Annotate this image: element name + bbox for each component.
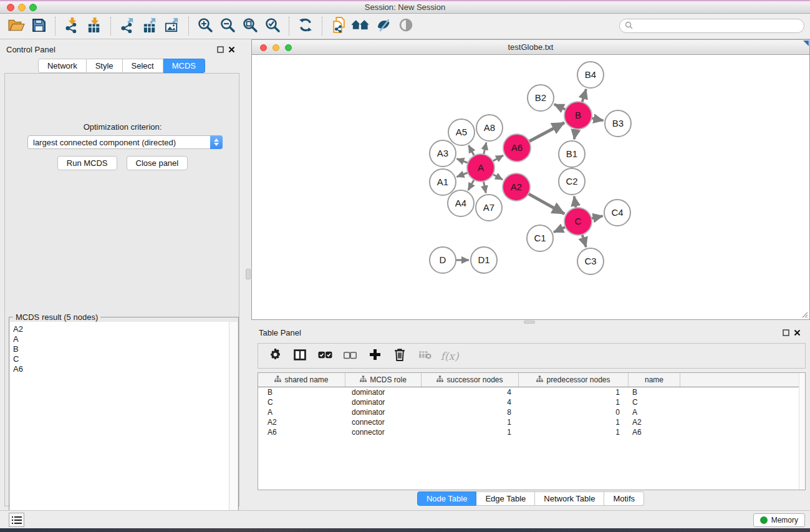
table-cell: 8 — [422, 408, 519, 417]
table-row[interactable]: Bdominator41B — [258, 387, 805, 397]
run-mcds-button[interactable]: Run MCDS — [57, 156, 117, 170]
task-history-button[interactable] — [9, 513, 24, 527]
table-tabs: Node TableEdge TableNetwork TableMotifs — [251, 491, 810, 506]
edge-C-C3[interactable] — [582, 235, 586, 247]
export-image-button[interactable] — [161, 15, 183, 37]
horizontal-divider-grip[interactable] — [524, 321, 535, 324]
close-panel-icon[interactable] — [226, 44, 237, 55]
home-button[interactable] — [350, 15, 372, 37]
dropdown-stepper-icon — [210, 135, 223, 149]
search-input[interactable] — [635, 20, 804, 32]
network-graph[interactable]: B4B2BB3A8A5A6A3B1AC2A1A2A4A7C4CC1C3DD1 — [252, 55, 809, 319]
table-settings-button[interactable] — [266, 347, 284, 365]
edge-B-B1[interactable] — [574, 129, 576, 140]
delete-row-icon — [394, 348, 405, 364]
edge-B-B2[interactable] — [554, 104, 566, 110]
network-window-titlebar[interactable]: testGlobe.txt — [251, 39, 810, 55]
tab-style[interactable]: Style — [87, 59, 123, 73]
tab-network-table[interactable]: Network Table — [535, 491, 604, 506]
edge-C-C2[interactable] — [574, 196, 576, 208]
close-table-panel-icon[interactable] — [791, 327, 803, 338]
tab-mcds[interactable]: MCDS — [163, 59, 205, 73]
edge-A-A1[interactable] — [456, 173, 468, 177]
minimize-window-button[interactable] — [18, 4, 26, 11]
tab-select[interactable]: Select — [123, 59, 163, 73]
zoom-selected-button[interactable] — [261, 15, 284, 37]
table-scrollbar[interactable] — [799, 373, 805, 490]
edge-A-A3[interactable] — [456, 158, 468, 163]
table-row[interactable]: Adominator80A — [258, 407, 805, 417]
node-table[interactable]: shared nameMCDS rolesuccessor nodesprede… — [258, 372, 806, 490]
list-item[interactable]: A6 — [13, 364, 229, 374]
import-table-button[interactable] — [83, 15, 105, 37]
add-row-button[interactable] — [365, 347, 384, 365]
zoom-fit-button[interactable] — [239, 15, 261, 37]
float-panel-icon[interactable] — [215, 44, 226, 55]
edge-A-A6[interactable] — [493, 155, 503, 161]
tab-network[interactable]: Network — [38, 59, 87, 73]
open-session-button[interactable] — [5, 15, 27, 37]
list-item[interactable]: B — [13, 344, 229, 354]
edge-B-B4[interactable] — [582, 89, 586, 102]
tab-node-table[interactable]: Node Table — [417, 491, 477, 506]
edge-C-C4[interactable] — [591, 216, 602, 218]
edge-A6-B[interactable] — [529, 123, 564, 142]
edge-A-A5[interactable] — [468, 145, 474, 156]
export-table-button[interactable] — [138, 15, 161, 37]
network-canvas[interactable]: B4B2BB3A8A5A6A3B1AC2A1A2A4A7C4CC1C3DD1 — [251, 55, 810, 320]
table-cell: connector — [345, 418, 422, 427]
criterion-dropdown[interactable]: largest connected component (directed) — [27, 135, 223, 149]
zoom-out-icon — [219, 17, 236, 36]
column-header-shared-name[interactable]: shared name — [258, 373, 345, 387]
clone-network-button[interactable] — [327, 15, 350, 37]
column-header-mcds-role[interactable]: MCDS role — [345, 373, 422, 387]
list-item[interactable]: A2 — [13, 324, 229, 334]
column-header-predecessor-nodes[interactable]: predecessor nodes — [519, 373, 629, 387]
node-label-A8: A8 — [484, 122, 495, 133]
close-network-button[interactable] — [260, 44, 267, 51]
export-network-button[interactable] — [116, 15, 138, 37]
minimize-network-button[interactable] — [272, 44, 279, 51]
table-cell: connector — [345, 428, 422, 437]
select-all-button[interactable] — [316, 347, 334, 365]
delete-row-button[interactable] — [390, 347, 409, 365]
refresh-button[interactable] — [294, 15, 317, 37]
edge-C-C1[interactable] — [554, 227, 566, 232]
function-builder-button[interactable]: f(x) — [440, 347, 459, 365]
edge-A-A2[interactable] — [493, 175, 503, 180]
zoom-in-button[interactable] — [194, 15, 216, 37]
edge-A-A8[interactable] — [484, 142, 486, 154]
list-item[interactable]: C — [13, 354, 229, 364]
delete-table-button[interactable] — [415, 347, 434, 365]
float-table-panel-icon[interactable] — [780, 327, 791, 338]
table-cell: 4 — [422, 398, 519, 407]
edge-B-B3[interactable] — [592, 118, 604, 120]
table-row[interactable]: A6connector11A6 — [258, 427, 805, 437]
search-field[interactable] — [619, 19, 804, 33]
resize-grip-icon[interactable] — [801, 311, 808, 318]
close-panel-button[interactable]: Close panel — [127, 156, 188, 170]
tab-motifs[interactable]: Motifs — [604, 491, 644, 506]
save-session-button[interactable] — [27, 15, 50, 37]
close-window-button[interactable] — [7, 4, 14, 11]
zoom-out-button[interactable] — [216, 15, 239, 37]
column-header-successor-nodes[interactable]: successor nodes — [422, 373, 519, 387]
maximize-network-button[interactable] — [285, 44, 292, 51]
import-network-button[interactable] — [60, 15, 83, 37]
vertical-divider-grip[interactable] — [246, 269, 251, 279]
list-scrollbar[interactable] — [229, 322, 238, 531]
table-row[interactable]: Cdominator41C — [258, 397, 805, 407]
column-header-name[interactable]: name — [629, 373, 680, 387]
deselect-all-button[interactable] — [340, 347, 359, 365]
table-row[interactable]: A2connector11A2 — [258, 417, 805, 427]
edge-A-A7[interactable] — [483, 181, 486, 193]
show-columns-button[interactable] — [291, 347, 309, 365]
hide-details-button[interactable] — [372, 15, 395, 37]
edge-A-A4[interactable] — [468, 180, 474, 190]
list-item[interactable]: A — [13, 334, 229, 344]
tab-edge-table[interactable]: Edge Table — [476, 491, 535, 506]
memory-button[interactable]: Memory — [753, 513, 805, 527]
edge-A2-C[interactable] — [528, 194, 564, 214]
show-details-button[interactable] — [395, 15, 417, 37]
maximize-window-button[interactable] — [29, 4, 37, 11]
